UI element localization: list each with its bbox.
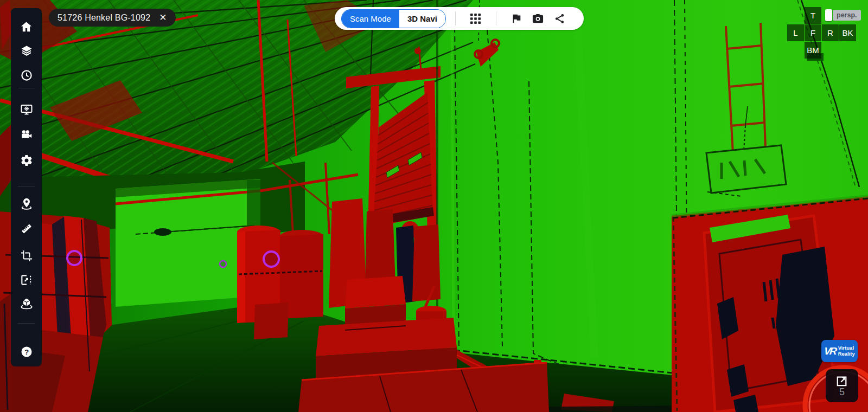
- scan-display-icon: [20, 103, 33, 116]
- sidebar-item-help[interactable]: ?: [15, 341, 37, 363]
- scan-count: 5: [839, 387, 845, 397]
- screenshot-camera-button[interactable]: [529, 9, 547, 28]
- sidebar-item-home[interactable]: [15, 16, 37, 37]
- video-camera-icon: [20, 128, 33, 141]
- history-clock-icon: [20, 69, 33, 82]
- view-cube-spacer: [839, 42, 856, 59]
- projection-label: persp.: [833, 10, 861, 21]
- toolbar-divider: [496, 11, 496, 25]
- scan-position-marker[interactable]: [67, 251, 81, 265]
- grid-view-button[interactable]: [467, 9, 485, 28]
- tool-sidebar: ?: [11, 8, 42, 366]
- view-face-back[interactable]: BK: [839, 24, 856, 41]
- sidebar-item-pano-export[interactable]: [15, 269, 37, 291]
- scan-position-marker[interactable]: [264, 252, 279, 267]
- sidebar-item-locations[interactable]: [15, 193, 37, 215]
- scan-viewer-app: { "header": { "title": "51726 Henkel BG-…: [0, 0, 868, 412]
- layers-icon: [20, 44, 33, 57]
- projection-toggle-knob[interactable]: [825, 9, 832, 21]
- sidebar-item-crop[interactable]: [15, 245, 37, 267]
- grid-view-icon: [470, 13, 481, 24]
- sidebar-divider: [18, 186, 35, 186]
- sidebar-item-3d-model[interactable]: [15, 293, 37, 314]
- fullscreen-button[interactable]: 5: [826, 369, 858, 402]
- share-button[interactable]: [551, 9, 569, 28]
- camera-icon: [532, 12, 544, 25]
- settings-gear-icon: [20, 154, 33, 167]
- close-project-icon[interactable]: ✕: [159, 13, 167, 22]
- view-cube-spacer: [787, 7, 804, 24]
- measure-ruler-icon: [20, 222, 33, 235]
- project-title: 51726 Henkel BG-1092: [58, 13, 150, 23]
- view-cube-spacer: [822, 42, 839, 59]
- share-icon: [554, 13, 565, 24]
- flag-annotation-button[interactable]: [507, 9, 526, 28]
- project-title-pill: 51726 Henkel BG-1092 ✕: [49, 9, 176, 27]
- sidebar-item-layers[interactable]: [15, 40, 37, 62]
- model-3d-icon: [20, 297, 33, 310]
- vr-mode-button[interactable]: VR Virtual Reality: [821, 340, 858, 362]
- view-face-top[interactable]: T: [805, 7, 821, 24]
- view-face-right[interactable]: R: [822, 24, 839, 41]
- mode-toggle: Scan Mode 3D Navi: [341, 9, 446, 28]
- crop-icon: [21, 250, 33, 262]
- help-icon: ?: [20, 345, 33, 358]
- view-face-left[interactable]: L: [787, 24, 804, 41]
- sidebar-item-measure[interactable]: [15, 218, 37, 240]
- top-toolbar: Scan Mode 3D Navi: [335, 7, 584, 30]
- nav-3d-button[interactable]: 3D Navi: [399, 10, 445, 28]
- fullscreen-expand-icon: [836, 375, 848, 387]
- projection-toggle[interactable]: persp.: [825, 9, 861, 21]
- sidebar-divider: [18, 88, 35, 88]
- scan-mode-button[interactable]: Scan Mode: [342, 10, 399, 28]
- sidebar-item-settings[interactable]: [15, 150, 37, 171]
- scan-position-marker[interactable]: [220, 261, 226, 267]
- pano-export-icon: [20, 274, 33, 286]
- view-cube-spacer: [787, 42, 804, 59]
- vr-logo: VR: [824, 345, 837, 357]
- sidebar-item-history[interactable]: [15, 65, 37, 86]
- sidebar-item-scan-display[interactable]: [15, 99, 37, 120]
- sidebar-item-video-tour[interactable]: [15, 124, 37, 146]
- home-icon: [20, 21, 33, 33]
- flag-icon: [510, 12, 522, 24]
- view-face-bottom[interactable]: BM: [805, 42, 821, 59]
- sidebar-divider: [18, 323, 35, 324]
- vr-label: Virtual Reality: [838, 345, 855, 357]
- location-pin-icon: [20, 197, 33, 210]
- toolbar-divider: [455, 11, 456, 25]
- svg-text:?: ?: [24, 348, 28, 356]
- view-face-front[interactable]: F: [805, 24, 821, 41]
- scan-viewport[interactable]: [0, 0, 868, 412]
